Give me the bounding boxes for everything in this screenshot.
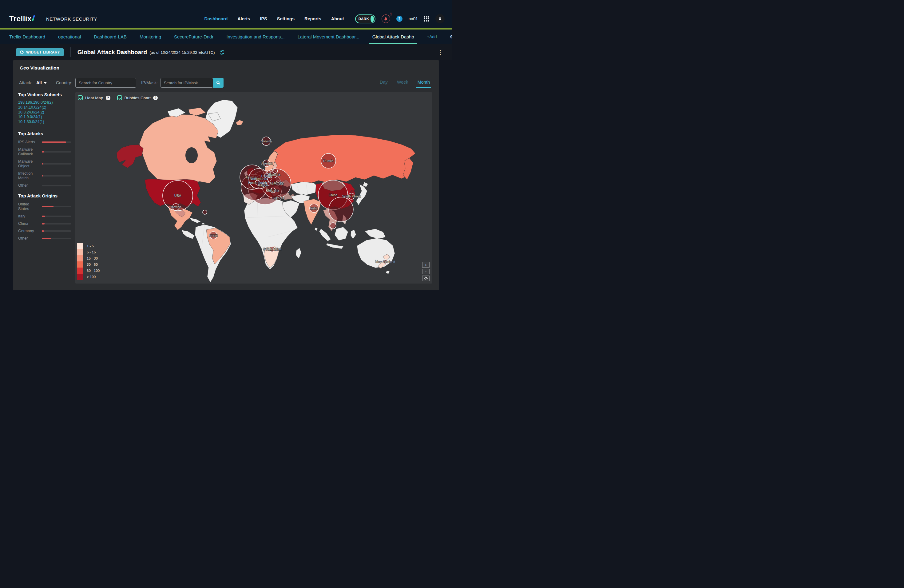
attack-filter-dropdown[interactable]: All bbox=[36, 80, 47, 85]
apps-grid-icon[interactable] bbox=[424, 16, 429, 22]
user-avatar[interactable] bbox=[435, 14, 445, 24]
period-switcher: DayWeekMonth bbox=[380, 80, 430, 88]
bubbles-chart-label: Bubbles Chart bbox=[125, 96, 151, 100]
legend-swatch bbox=[77, 274, 83, 280]
attack-row: Malware Callback bbox=[18, 147, 71, 156]
world-map-svg: ItalyUSARomaniaChinaFranceEnglandNetherl… bbox=[75, 92, 432, 283]
filter-row: Attack: All Country: IP/Mask: DayWeekMon… bbox=[13, 78, 439, 88]
recenter-button[interactable] bbox=[422, 275, 430, 281]
period-day[interactable]: Day bbox=[380, 80, 388, 88]
tab-settings-gear-icon[interactable]: ⚙ bbox=[450, 34, 452, 40]
page-title: Global Attack Dashboard bbox=[77, 49, 147, 56]
bubble-label-brazil: Brazil bbox=[209, 234, 218, 237]
legend-label: 60 - 100 bbox=[87, 269, 100, 272]
subnet-link[interactable]: 10.14.10.0/24(2) bbox=[18, 105, 71, 110]
ipmask-search-input[interactable] bbox=[161, 78, 213, 88]
country-search-input[interactable] bbox=[75, 78, 136, 88]
attack-label: Infection Match bbox=[18, 171, 40, 180]
nav-item-reports[interactable]: Reports bbox=[304, 16, 321, 21]
search-button[interactable] bbox=[213, 78, 224, 88]
heat-map-checkbox[interactable] bbox=[78, 95, 83, 100]
subnet-link[interactable]: 10.1.9.0/24(1) bbox=[18, 115, 71, 120]
attack-bubble[interactable] bbox=[273, 169, 278, 174]
ipmask-filter-label: IP/Mask: bbox=[141, 80, 158, 85]
bubble-label-austria: Austria bbox=[258, 183, 269, 187]
bubble-label-south-korea: South Korea bbox=[342, 194, 361, 198]
theme-toggle-label: DARK bbox=[359, 17, 369, 21]
top-origins-section: Top Attack Origins United StatesItalyChi… bbox=[18, 193, 71, 241]
legend-label: 30 - 60 bbox=[87, 262, 98, 266]
legend-swatch bbox=[77, 261, 83, 267]
period-month[interactable]: Month bbox=[417, 80, 430, 88]
origin-label: Germany bbox=[18, 229, 40, 234]
widget-chart-icon bbox=[20, 50, 24, 54]
attack-bubble[interactable] bbox=[330, 223, 336, 229]
heat-map-help-icon[interactable]: ? bbox=[106, 96, 111, 100]
bell-icon bbox=[383, 17, 388, 21]
chevron-down-icon bbox=[44, 82, 47, 84]
bubble-label-norway: Norway bbox=[261, 139, 272, 143]
attack-row: Other bbox=[18, 183, 71, 188]
bubbles-chart-help-icon[interactable]: ? bbox=[153, 96, 158, 100]
tab-trellix-dashboard[interactable]: Trellix Dashboard bbox=[9, 30, 45, 44]
nav-item-settings[interactable]: Settings bbox=[277, 16, 295, 21]
legend-row: 15 - 30 bbox=[77, 255, 100, 261]
tab-monitoring[interactable]: Monitoring bbox=[140, 30, 161, 44]
origin-label: Italy bbox=[18, 214, 40, 219]
legend-label: 5 - 15 bbox=[87, 250, 96, 254]
attack-bubble[interactable] bbox=[267, 177, 271, 181]
attack-label: IPS Alerts bbox=[18, 140, 40, 145]
attack-bubble[interactable] bbox=[202, 210, 207, 214]
heat-map-label: Heat Map bbox=[85, 96, 103, 100]
dashboard-tabbar: Trellix DashboardoperationalDashboard-LA… bbox=[0, 30, 452, 44]
origin-bar bbox=[42, 206, 71, 207]
bubble-label-south-africa: South Africa bbox=[263, 247, 281, 251]
bubble-label-russia: Russia bbox=[323, 159, 334, 163]
bubble-label-cyprus: Cyprus bbox=[273, 196, 284, 200]
tab-operational[interactable]: operational bbox=[58, 30, 81, 44]
dashboard-titlebar: WIDGET LIBRARY Global Attack Dashboard (… bbox=[0, 44, 452, 60]
origin-row: Italy bbox=[18, 214, 71, 219]
tab-dashboard-lab[interactable]: Dashboard-LAB bbox=[94, 30, 127, 44]
nav-item-ips[interactable]: IPS bbox=[260, 16, 267, 21]
panel-title: Geo Visualization bbox=[20, 65, 59, 71]
period-week[interactable]: Week bbox=[397, 80, 408, 88]
notifications-button[interactable]: 1 bbox=[382, 14, 390, 23]
world-map[interactable]: ItalyUSARomaniaChinaFranceEnglandNetherl… bbox=[75, 92, 432, 283]
attack-row: Malware Object bbox=[18, 159, 71, 169]
zoom-out-button[interactable]: - bbox=[422, 269, 430, 274]
origin-row: China bbox=[18, 221, 71, 226]
theme-toggle[interactable]: DARK bbox=[355, 14, 375, 24]
legend-swatch bbox=[77, 243, 83, 249]
help-button[interactable]: ? bbox=[396, 16, 403, 22]
widget-menu-kebab[interactable]: ⋮ bbox=[438, 49, 443, 56]
attack-label: Other bbox=[18, 183, 40, 188]
zoom-in-button[interactable]: + bbox=[422, 262, 430, 267]
attack-bar bbox=[42, 185, 71, 187]
attack-bubble[interactable] bbox=[329, 197, 353, 222]
origin-label: United States bbox=[18, 202, 40, 211]
trellix-logo[interactable]: Trellix bbox=[9, 14, 34, 23]
tab-global-attack-dashb[interactable]: Global Attack Dashb bbox=[372, 30, 414, 44]
legend-row: > 100 bbox=[77, 274, 100, 280]
origin-bar bbox=[42, 230, 71, 232]
tab-investigation-and-respons[interactable]: Investigation and Respons... bbox=[226, 30, 284, 44]
nav-item-alerts[interactable]: Alerts bbox=[237, 16, 250, 21]
widget-library-button[interactable]: WIDGET LIBRARY bbox=[16, 48, 64, 56]
legend-row: 30 - 60 bbox=[77, 261, 100, 267]
product-name: NETWORK SECURITY bbox=[46, 16, 97, 22]
refresh-button[interactable] bbox=[219, 49, 225, 55]
nav-item-about[interactable]: About bbox=[331, 16, 344, 21]
refresh-icon bbox=[219, 49, 225, 55]
nav-item-dashboard[interactable]: Dashboard bbox=[204, 16, 228, 21]
bubble-label-ukraine: Ukraine bbox=[272, 181, 284, 185]
subnet-link[interactable]: 10.1.30.0/24(1) bbox=[18, 120, 71, 125]
tab-securefuture-dndr[interactable]: SecureFuture-Dndr bbox=[174, 30, 213, 44]
subnet-link[interactable]: 10.3.24.0/24(2) bbox=[18, 110, 71, 115]
add-dashboard-button[interactable]: +Add bbox=[427, 35, 437, 39]
bubbles-chart-checkbox[interactable] bbox=[117, 95, 122, 100]
subnet-link[interactable]: 198.186.190.0/24(2) bbox=[18, 100, 71, 105]
origin-row: Germany bbox=[18, 229, 71, 234]
legend-swatch bbox=[77, 255, 83, 261]
tab-lateral-movement-dashboar[interactable]: Lateral Movement Dashboar... bbox=[298, 30, 359, 44]
